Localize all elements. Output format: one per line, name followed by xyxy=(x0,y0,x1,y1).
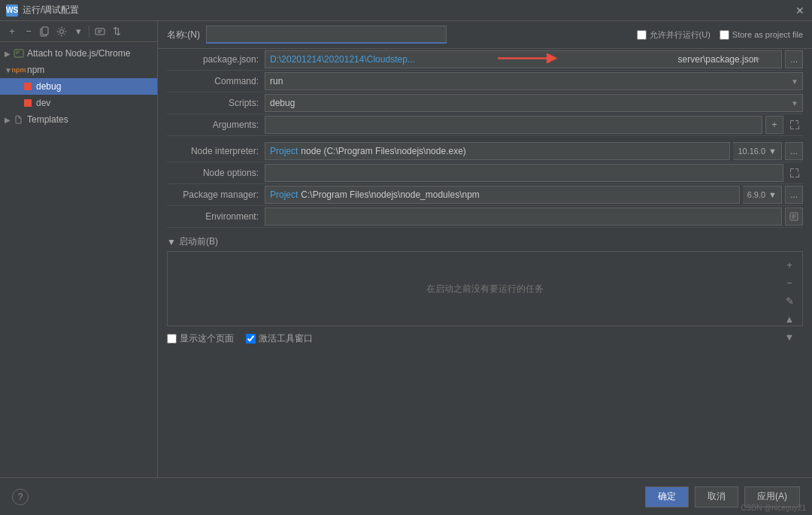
tree-item-npm[interactable]: ▼ npm npm xyxy=(0,62,157,78)
activate-console-label: 激活工具窗口 xyxy=(259,332,313,345)
before-launch-edit-button[interactable]: ✎ xyxy=(781,292,798,309)
tree-arrow-attach: ▶ xyxy=(5,50,14,58)
package-manager-browse-button[interactable]: ... xyxy=(785,186,803,204)
tree-item-templates[interactable]: ▶ Templates xyxy=(0,111,157,128)
package-json-display[interactable]: D:\20201214\20201214\Cloudstep... server… xyxy=(265,50,782,68)
move-config-button[interactable] xyxy=(92,24,108,39)
node-options-expand-button[interactable] xyxy=(786,165,803,181)
scripts-select[interactable]: debug dev start build xyxy=(265,94,803,112)
remove-config-button[interactable]: − xyxy=(21,24,36,39)
before-launch-add-button[interactable]: + xyxy=(781,256,798,273)
node-options-label: Node options: xyxy=(167,168,265,178)
package-manager-label: Package manager: xyxy=(167,189,265,200)
environment-edit-button[interactable] xyxy=(785,208,803,226)
package-manager-prefix: Project xyxy=(270,189,298,200)
svg-rect-10 xyxy=(24,99,32,107)
templates-label: Templates xyxy=(27,114,68,125)
tree-container: ▶ Attach to Node.js/Chrome ▼ npm npm xyxy=(0,42,157,477)
package-json-browse-button[interactable]: ... xyxy=(785,50,803,68)
package-json-row: package.json: D:\20201214\20201214\Cloud… xyxy=(167,49,803,71)
toolbar: + − ▾ xyxy=(0,21,157,42)
dev-config-icon xyxy=(23,98,33,108)
name-input-wrapper: debug xyxy=(206,26,447,44)
before-launch-header: ▼ 启动前(B) xyxy=(167,232,803,251)
package-json-field-wrapper: D:\20201214\20201214\Cloudstep... server… xyxy=(265,50,782,68)
before-launch-move-down-button[interactable]: ▼ xyxy=(781,329,798,345)
config-settings-button[interactable] xyxy=(54,24,69,39)
svg-rect-6 xyxy=(14,50,23,57)
svg-rect-9 xyxy=(24,83,32,90)
footer: ? 确定 取消 应用(A) xyxy=(0,477,812,515)
node-interpreter-field[interactable]: Project node (C:\Program Files\nodejs\no… xyxy=(265,142,730,160)
arguments-label: Arguments: xyxy=(167,120,265,130)
config-name-input[interactable]: debug xyxy=(206,26,447,44)
activate-console-option[interactable]: 激活工具窗口 xyxy=(246,332,313,345)
config-header: 名称:(N) debug 允许并行运行(U) Store as project … xyxy=(158,21,812,49)
node-version-badge: 10.16.0 ▼ xyxy=(733,142,782,160)
cancel-button[interactable]: 取消 xyxy=(695,486,738,507)
node-version: 10.16.0 xyxy=(738,147,765,156)
before-launch-remove-button[interactable]: − xyxy=(781,274,798,291)
environment-row: Environment: xyxy=(167,206,803,228)
activate-console-checkbox[interactable] xyxy=(246,334,256,344)
show-page-checkbox[interactable] xyxy=(167,334,177,344)
arguments-add-button[interactable]: + xyxy=(765,116,783,134)
help-button[interactable]: ? xyxy=(12,489,29,505)
npm-label: npm xyxy=(27,65,44,75)
tree-item-dev[interactable]: dev xyxy=(0,95,157,111)
node-interpreter-browse-button[interactable]: ... xyxy=(785,142,803,160)
confirm-button[interactable]: 确定 xyxy=(645,486,689,507)
left-panel: + − ▾ xyxy=(0,21,158,477)
node-interpreter-row: Node interpreter: Project node (C:\Progr… xyxy=(167,141,803,162)
command-control: run install test publish ▼ xyxy=(265,72,803,90)
allow-parallel-checkbox[interactable] xyxy=(637,30,647,40)
arguments-expand-button[interactable] xyxy=(786,117,803,133)
right-panel: 名称:(N) debug 允许并行运行(U) Store as project … xyxy=(158,21,812,477)
dev-label: dev xyxy=(36,98,50,108)
node-options-row: Node options: xyxy=(167,162,803,184)
scripts-control: debug dev start build ▼ xyxy=(265,94,803,112)
copy-config-button[interactable] xyxy=(38,24,53,39)
package-manager-control: Project C:\Program Files\nodejs\node_mod… xyxy=(265,186,803,204)
allow-parallel-group: 允许并行运行(U) xyxy=(637,29,710,41)
environment-label: Environment: xyxy=(167,211,265,222)
arguments-control: + xyxy=(265,116,803,134)
store-as-project-group: Store as project file xyxy=(720,30,803,40)
package-manager-row: Package manager: Project C:\Program File… xyxy=(167,184,803,206)
package-json-label: package.json: xyxy=(167,54,265,65)
environment-control xyxy=(265,208,803,226)
show-page-option[interactable]: 显示这个页面 xyxy=(167,332,234,345)
show-page-label: 显示这个页面 xyxy=(180,332,234,345)
store-as-project-checkbox[interactable] xyxy=(720,30,729,40)
scripts-label: Scripts: xyxy=(167,98,265,108)
templates-icon xyxy=(14,114,24,125)
node-options-control xyxy=(265,164,803,182)
environment-input[interactable] xyxy=(265,208,782,226)
tree-item-attach[interactable]: ▶ Attach to Node.js/Chrome xyxy=(0,45,157,62)
before-launch-move-up-button[interactable]: ▲ xyxy=(781,311,798,327)
package-manager-field[interactable]: Project C:\Program Files\nodejs\node_mod… xyxy=(265,186,740,204)
package-manager-version: 6.9.0 xyxy=(747,190,765,199)
svg-point-2 xyxy=(60,29,64,33)
title-bar: WS 运行/调试配置 ✕ xyxy=(0,0,812,21)
config-body: package.json: D:\20201214\20201214\Cloud… xyxy=(158,49,812,477)
scripts-select-wrapper: debug dev start build ▼ xyxy=(265,94,803,112)
package-json-select-wrapper: D:\20201214\20201214\Cloudstep... server… xyxy=(265,50,782,68)
sort-button[interactable]: ⇅ xyxy=(109,24,124,39)
close-button[interactable]: ✕ xyxy=(794,5,806,17)
window-title: 运行/调试配置 xyxy=(23,4,79,17)
node-interpreter-control: Project node (C:\Program Files\nodejs\no… xyxy=(265,142,803,160)
arguments-row: Arguments: + xyxy=(167,114,803,136)
before-launch-toggle[interactable]: ▼ xyxy=(167,237,176,247)
tree-item-debug[interactable]: debug xyxy=(0,78,157,95)
package-json-right: server\package.json xyxy=(678,54,759,65)
before-launch-body: 在启动之前没有要运行的任务 + − ✎ ▲ ▼ xyxy=(167,251,803,326)
add-config-button[interactable]: + xyxy=(5,24,20,39)
command-select[interactable]: run install test publish xyxy=(265,72,803,90)
package-manager-dropdown[interactable]: ▼ xyxy=(768,190,777,199)
node-version-dropdown[interactable]: ▼ xyxy=(768,147,777,156)
node-options-input[interactable] xyxy=(265,164,783,182)
arguments-input[interactable] xyxy=(265,116,762,134)
node-interpreter-label: Node interpreter: xyxy=(167,146,265,156)
dropdown-button[interactable]: ▾ xyxy=(71,24,86,39)
